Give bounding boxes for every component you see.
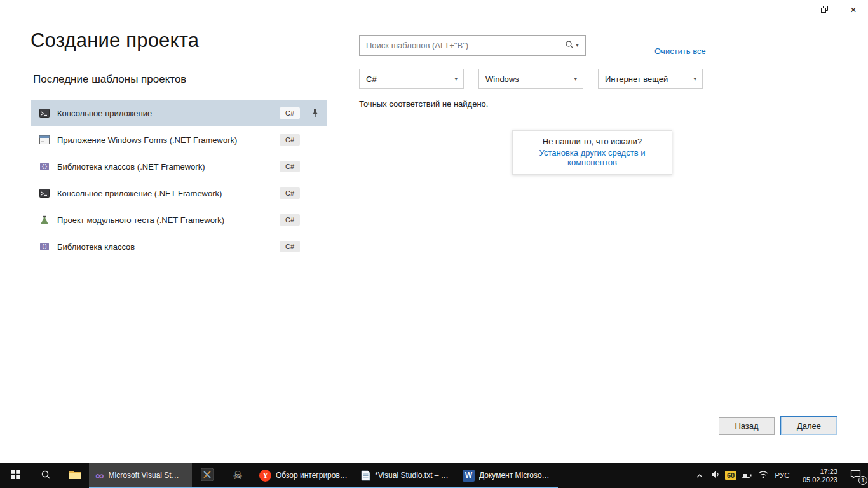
project-type-filter-dropdown[interactable]: Интернет вещей ▾ [598, 69, 703, 89]
taskbar-spacer [558, 463, 693, 488]
close-button[interactable]: × [839, 0, 868, 20]
taskbar-notepad-button[interactable]: *Visual Studio.txt – … [355, 463, 456, 488]
chevron-down-icon: ▾ [574, 76, 577, 82]
network-button[interactable] [755, 463, 771, 488]
search-input[interactable] [360, 36, 559, 55]
wifi-icon [758, 471, 768, 480]
unit-test-icon [39, 215, 51, 225]
minimize-icon [792, 10, 798, 10]
tray-expand-button[interactable] [693, 463, 707, 488]
template-label: Библиотека классов (.NET Framework) [57, 162, 205, 172]
taskbar-skull-app-button[interactable]: ☠ [222, 463, 253, 488]
template-label: Библиотека классов [57, 242, 135, 252]
notepad-icon [361, 470, 370, 481]
word-icon: W [463, 470, 475, 482]
visual-studio-icon: ∞ [95, 470, 104, 482]
template-label: Консольное приложение (.NET Framework) [57, 189, 222, 198]
chevron-down-icon: ▾ [576, 43, 579, 48]
svg-text:{}: {} [41, 244, 48, 250]
class-library-icon: {} [39, 241, 51, 252]
search-icon [565, 40, 574, 51]
language-badge: C# [280, 134, 300, 146]
svg-text:{}: {} [41, 164, 48, 170]
taskbar-yandex-browser-button[interactable]: Y Обзор интегриров… [253, 463, 355, 488]
battery-icon [742, 471, 752, 480]
template-winforms-app[interactable]: Приложение Windows Forms (.NET Framework… [31, 126, 327, 153]
chevron-up-icon [696, 471, 703, 480]
console-app-icon [39, 188, 51, 198]
template-search: ▾ [359, 35, 586, 56]
winforms-app-icon [39, 135, 51, 145]
chevron-down-icon: ▾ [454, 76, 458, 82]
template-unit-test-netfx[interactable]: Проект модульного теста (.NET Framework)… [31, 207, 327, 233]
language-badge: C# [280, 107, 300, 119]
windows-logo-icon [11, 470, 20, 481]
chevron-down-icon: ▾ [693, 76, 696, 82]
template-class-library-netfx[interactable]: {} Библиотека классов (.NET Framework) C… [31, 153, 327, 180]
not-found-box: Не нашли то, что искали? Установка други… [512, 130, 672, 175]
percent-indicator-value: 60 [725, 471, 736, 480]
restore-icon [821, 5, 828, 15]
project-type-filter-value: Интернет вещей [605, 74, 668, 84]
template-label: Приложение Windows Forms (.NET Framework… [57, 135, 237, 145]
taskbar-app-label: Microsoft Visual St… [109, 471, 179, 480]
window-controls: × [780, 0, 868, 20]
speaker-icon [710, 470, 720, 481]
template-class-library[interactable]: {} Библиотека классов C# [31, 233, 327, 260]
pin-icon[interactable] [309, 107, 322, 119]
taskbar-tools-app-button[interactable] [192, 463, 222, 488]
taskbar-app-label: Обзор интегриров… [276, 471, 348, 480]
not-found-title: Не нашли то, что искали? [515, 137, 669, 146]
percent-indicator[interactable]: 60 [723, 463, 738, 488]
recent-templates-list: Консольное приложение C# Приложение Wind… [31, 100, 327, 260]
taskbar-app-label: Документ Microso… [479, 471, 550, 480]
taskbar-word-button[interactable]: W Документ Microso… [456, 463, 558, 488]
no-match-message: Точных соответствий не найдено. [359, 99, 488, 109]
yandex-browser-icon: Y [259, 470, 271, 482]
search-button[interactable]: ▾ [559, 36, 585, 55]
restore-button[interactable] [810, 0, 839, 20]
results-divider [359, 118, 824, 118]
console-app-icon [39, 108, 51, 118]
taskbar-visual-studio-button[interactable]: ∞ Microsoft Visual St… [89, 463, 192, 488]
taskbar-search-button[interactable] [31, 463, 61, 488]
language-indicator[interactable]: РУС [771, 463, 793, 488]
skull-app-icon: ☠ [233, 470, 242, 481]
back-button[interactable]: Назад [719, 417, 775, 435]
template-console-app-netfx[interactable]: Консольное приложение (.NET Framework) C… [31, 180, 327, 207]
file-explorer-button[interactable] [61, 463, 89, 488]
clear-all-link[interactable]: Очистить все [654, 46, 706, 56]
template-console-app[interactable]: Консольное приложение C# [31, 100, 327, 126]
install-tools-link[interactable]: Установка других средств и компонентов [515, 148, 669, 167]
start-button[interactable] [0, 463, 31, 488]
create-project-window: × Создание проекта Последние шаблоны про… [0, 0, 868, 488]
language-filter-value: C# [366, 74, 377, 84]
platform-filter-value: Windows [485, 74, 519, 84]
platform-filter-dropdown[interactable]: Windows ▾ [478, 69, 583, 89]
search-icon [41, 470, 51, 482]
language-badge: C# [280, 161, 300, 172]
time-text: 17:23 [820, 468, 837, 475]
battery-button[interactable] [738, 463, 755, 488]
language-badge: C# [280, 187, 300, 199]
template-label: Проект модульного теста (.NET Framework) [57, 215, 224, 225]
folder-icon [69, 470, 81, 482]
taskbar: ∞ Microsoft Visual St… ☠ Y Обзор интегри… [0, 463, 868, 488]
filter-row: C# ▾ Windows ▾ Интернет вещей ▾ [359, 69, 703, 89]
notification-badge: 1 [858, 476, 867, 485]
clock[interactable]: 17:23 05.02.2023 [793, 463, 843, 488]
volume-button[interactable] [707, 463, 723, 488]
next-button[interactable]: Далее [780, 416, 837, 435]
language-badge: C# [280, 241, 300, 252]
class-library-icon: {} [39, 161, 51, 172]
minimize-button[interactable] [780, 0, 810, 20]
close-icon: × [850, 5, 856, 15]
recent-templates-heading: Последние шаблоны проектов [33, 73, 186, 86]
taskbar-app-label: *Visual Studio.txt – … [375, 471, 449, 480]
template-label: Консольное приложение [57, 109, 152, 118]
language-badge: C# [280, 214, 300, 226]
language-filter-dropdown[interactable]: C# ▾ [359, 69, 464, 89]
action-center-button[interactable]: 1 [843, 463, 868, 488]
page-title: Создание проекта [31, 29, 199, 52]
tools-app-icon [201, 468, 214, 483]
